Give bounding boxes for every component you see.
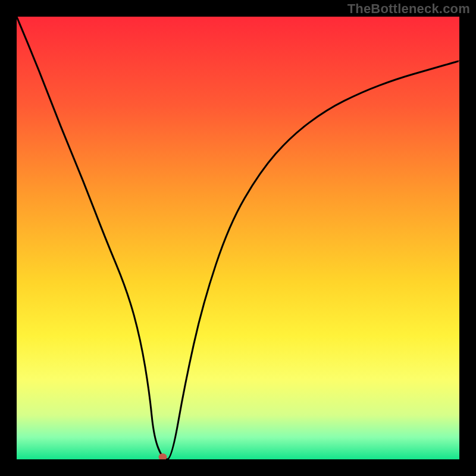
chart-background (17, 17, 459, 459)
chart-plot (17, 17, 459, 459)
chart-svg (17, 17, 459, 459)
watermark-text: TheBottleneck.com (347, 1, 470, 17)
chart-frame: TheBottleneck.com (0, 0, 476, 476)
